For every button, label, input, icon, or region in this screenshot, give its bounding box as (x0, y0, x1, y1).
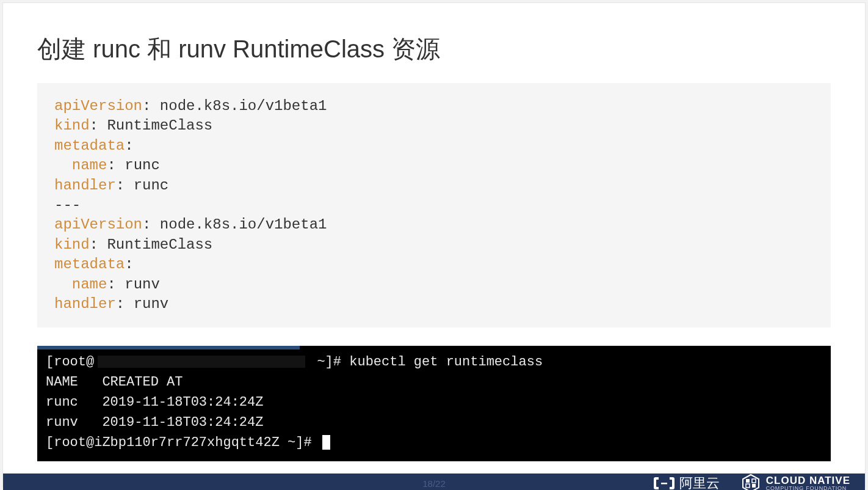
svg-rect-3 (752, 479, 756, 483)
cncf-main-label: CLOUD NATIVE (766, 475, 850, 486)
yaml-val: : RuntimeClass (90, 117, 213, 134)
yaml-key: handler (54, 177, 116, 194)
yaml-key: kind (54, 117, 90, 134)
yaml-key: apiVersion (54, 98, 142, 114)
yaml-key: handler (54, 296, 116, 312)
yaml-key: metadata (54, 137, 125, 154)
footer-logos: 阿里云 CLOUD NATIVE COMPUTING FOUNDATION (654, 474, 850, 490)
yaml-val: : runv (116, 296, 168, 312)
yaml-val: : node.k8s.io/v1beta1 (142, 98, 327, 114)
terminal-header-row: NAME CREATED AT (46, 375, 183, 390)
yaml-key: apiVersion (54, 216, 142, 233)
yaml-val: : runc (116, 177, 168, 194)
yaml-separator: --- (54, 197, 81, 213)
cncf-text: CLOUD NATIVE COMPUTING FOUNDATION (766, 475, 850, 490)
terminal-prompt: [root@ (46, 354, 94, 370)
svg-rect-4 (746, 484, 750, 488)
slide-title: 创建 runc 和 runv RuntimeClass 资源 (37, 32, 831, 66)
terminal-prompt: [root@iZbp110r7rr727xhgqtt42Z ~]# (46, 435, 320, 450)
slide: 创建 runc 和 runv RuntimeClass 资源 apiVersio… (2, 2, 866, 488)
alibaba-cloud-label: 阿里云 (679, 474, 720, 490)
terminal-data-row: runc 2019-11-18T03:24:24Z (46, 395, 263, 410)
svg-rect-5 (752, 484, 756, 488)
terminal-data-row: runv 2019-11-18T03:24:24Z (46, 415, 263, 430)
yaml-val: : (125, 137, 133, 154)
svg-marker-1 (743, 475, 759, 490)
yaml-val: : (125, 256, 133, 272)
terminal-cursor-icon (322, 435, 330, 450)
page-indicator: 18/22 (422, 478, 446, 489)
redacted-hostname (98, 356, 305, 368)
svg-rect-0 (661, 483, 667, 485)
terminal-command: ~]# kubectl get runtimeclass (309, 354, 543, 370)
slide-content: 创建 runc 和 runv RuntimeClass 资源 apiVersio… (3, 3, 865, 474)
yaml-key: name (54, 157, 107, 174)
yaml-val: : node.k8s.io/v1beta1 (142, 216, 327, 233)
yaml-code-block: apiVersion: node.k8s.io/v1beta1 kind: Ru… (37, 83, 831, 327)
yaml-key: kind (54, 236, 90, 253)
yaml-val: : RuntimeClass (90, 236, 213, 253)
terminal-output: [root@ ~]# kubectl get runtimeclass NAME… (37, 346, 831, 461)
yaml-val: : runc (107, 157, 159, 174)
yaml-key: name (54, 276, 107, 293)
yaml-val: : runv (107, 276, 159, 293)
cncf-logo: CLOUD NATIVE COMPUTING FOUNDATION (742, 474, 850, 490)
bracket-icon (654, 476, 675, 490)
svg-rect-2 (746, 479, 750, 483)
terminal-titlebar (37, 346, 300, 349)
cncf-hexagon-icon (742, 474, 760, 490)
alibaba-cloud-logo: 阿里云 (654, 474, 720, 490)
yaml-key: metadata (54, 256, 125, 272)
slide-footer: 18/22 阿里云 CLOUD NATIVE (3, 474, 865, 490)
cncf-sub-label: COMPUTING FOUNDATION (766, 486, 850, 490)
